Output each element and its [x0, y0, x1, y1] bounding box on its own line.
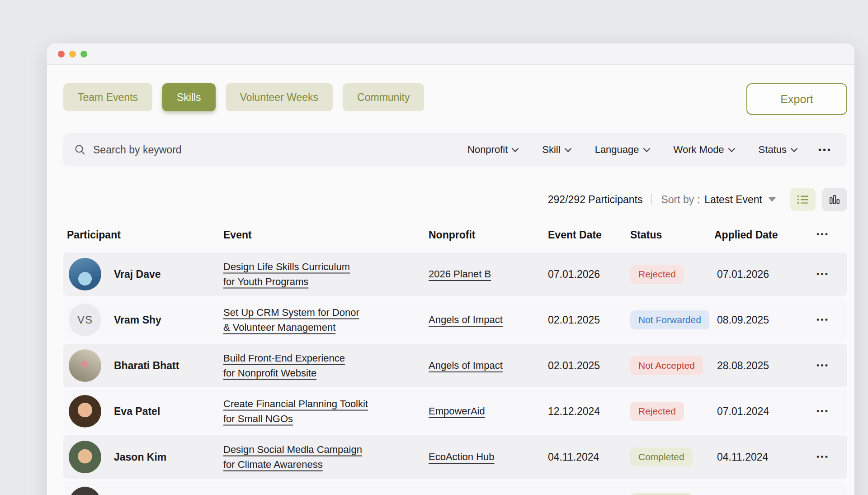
applied-date: 07.01.2024 [717, 405, 769, 418]
chart-view-button[interactable] [822, 188, 847, 211]
filter-label: Status [759, 144, 787, 156]
nonprofit-link[interactable]: EmpowerAid [429, 405, 485, 417]
event-link[interactable]: Design Life Skills Curriculumfor Youth P… [223, 260, 350, 289]
chevron-down-icon [512, 145, 519, 152]
row-actions-button[interactable]: ••• [809, 407, 836, 416]
tab-community[interactable]: Community [343, 83, 424, 111]
event-link[interactable]: Build Front-End Experiencefor Nonprofit … [223, 352, 345, 380]
participants-table: Vraj Dave Design Life Skills Curriculumf… [63, 252, 847, 495]
filter-items: NonprofitSkillLanguageWork ModeStatus [467, 144, 797, 156]
sort-caret-icon [769, 197, 776, 202]
filter-status[interactable]: Status [759, 144, 797, 156]
participant-avatar [69, 441, 101, 473]
event-link-line: for Climate Awareness [223, 458, 362, 471]
event-link-line: Build Front-End Experience [223, 352, 345, 365]
sort-label: Sort by : [661, 194, 700, 206]
participant-avatar [69, 486, 101, 495]
status-badge: Rejected [630, 265, 684, 284]
search-area [74, 143, 467, 157]
event-link[interactable]: Create Financial Planning Toolkitfor Sma… [223, 397, 368, 426]
status-badge: Completed [630, 493, 693, 495]
event-link[interactable]: Design Social Medla Campaignfor Climate … [223, 443, 362, 471]
close-window-button[interactable] [58, 51, 65, 57]
app-window: Team EventsSkillsVolunteer WeeksCommunit… [47, 43, 854, 495]
chevron-down-icon [728, 145, 735, 152]
filter-skill[interactable]: Skill [542, 144, 570, 156]
nonprofit-link[interactable]: Angels of Impact [429, 360, 503, 371]
nonprofit-link[interactable]: Angels of Impact [429, 314, 503, 326]
list-view-icon [796, 194, 810, 205]
page: { "tabs": [ {"label": "Team Events", "ac… [0, 0, 868, 495]
filter-label: Language [595, 144, 639, 156]
table-row: Jason Kim Design Social Medla Campaignfo… [63, 435, 847, 479]
row-actions-button[interactable]: ••• [809, 361, 836, 371]
row-actions-button[interactable]: ••• [809, 452, 836, 462]
sort-dropdown[interactable]: Sort by : Latest Event [661, 194, 776, 206]
main-content: Team EventsSkillsVolunteer WeeksCommunit… [47, 83, 854, 495]
status-badge: Not Forwarded [630, 310, 709, 329]
event-date: 02.01.2025 [548, 360, 600, 372]
event-link-line: for Small NGOs [223, 412, 368, 426]
window-titlebar [47, 43, 854, 65]
column-header-event: Event [223, 229, 252, 241]
event-date: 07.01.2026 [548, 268, 600, 281]
filter-nonprofit[interactable]: Nonprofit [467, 144, 518, 156]
status-badge: Rejected [630, 402, 684, 421]
tab-volunteer-weeks[interactable]: Volunteer Weeks [226, 83, 333, 111]
more-filters-button[interactable]: ••• [818, 145, 832, 155]
column-header-applied-date: Applied Date [714, 229, 778, 241]
participant-name: Jason Kim [114, 451, 166, 463]
table-row: Vraj Dave Design Life Skills Curriculumf… [63, 252, 847, 296]
list-view-button[interactable] [790, 188, 816, 211]
table-header-more-button[interactable]: ••• [809, 230, 836, 239]
chevron-down-icon [564, 145, 571, 152]
status-badge: Not Accepted [630, 356, 703, 375]
filter-label: Nonprofit [467, 144, 508, 156]
event-date: 04.11.2024 [548, 451, 599, 463]
filter-language[interactable]: Language [595, 144, 649, 156]
search-input[interactable] [92, 143, 467, 157]
tab-bar: Team EventsSkillsVolunteer WeeksCommunit… [63, 83, 424, 111]
applied-date: 04.11.2024 [717, 451, 768, 463]
sort-value: Latest Event [704, 194, 762, 206]
chevron-down-icon [791, 145, 798, 152]
search-filter-bar: NonprofitSkillLanguageWork ModeStatus ••… [63, 133, 847, 167]
filter-label: Work Mode [674, 144, 724, 156]
bar-chart-view-icon [828, 194, 841, 205]
participant-name: Eva Patel [114, 405, 160, 418]
column-header-nonprofit: Nonprofit [429, 229, 475, 241]
tab-skills[interactable]: Skills [162, 83, 216, 111]
filter-group: NonprofitSkillLanguageWork ModeStatus ••… [467, 144, 832, 156]
results-toolbar: 292/292 Participants Sort by : Latest Ev… [63, 188, 847, 211]
view-toggles [790, 188, 847, 211]
nonprofit-link[interactable]: EcoAction Hub [429, 451, 495, 463]
table-row: VS Vram Shy Set Up CRM System for Donor&… [63, 298, 847, 342]
participants-count: 292/292 Participants [548, 194, 643, 206]
row-actions-button[interactable]: ••• [809, 270, 836, 279]
table-row: Bharati Bhatt Build Front-End Experience… [63, 344, 847, 387]
table-row: Sam Wood Develop impact Measurem Complet… [63, 481, 847, 495]
applied-date: 28.08.2025 [717, 360, 769, 372]
event-link-line: Design Social Medla Campaign [223, 443, 362, 457]
participant-avatar [69, 258, 101, 290]
event-link-line: Set Up CRM System for Donor [223, 306, 359, 319]
filter-work-mode[interactable]: Work Mode [674, 144, 734, 156]
event-link-line: & Volunteer Management [223, 321, 359, 334]
applied-date: 08.09.2025 [717, 314, 769, 326]
event-link[interactable]: Set Up CRM System for Donor& Volunteer M… [223, 306, 359, 334]
participant-avatar [69, 395, 101, 428]
export-button[interactable]: Export [746, 83, 847, 115]
participant-avatar [69, 349, 101, 382]
column-header-participant: Participant [67, 229, 121, 241]
row-actions-button[interactable]: ••• [809, 315, 836, 325]
table-header-row: ••• ParticipantEventNonprofitEvent DateS… [63, 226, 847, 246]
status-badge: Completed [630, 447, 693, 466]
tab-team-events[interactable]: Team Events [63, 83, 152, 111]
maximize-window-button[interactable] [80, 51, 87, 57]
participant-name: Bharati Bhatt [114, 360, 179, 372]
filter-label: Skill [542, 144, 560, 156]
minimize-window-button[interactable] [69, 51, 76, 57]
column-header-event-date: Event Date [548, 229, 602, 241]
search-icon [74, 144, 86, 156]
nonprofit-link[interactable]: 2026 Planet B [429, 268, 491, 280]
